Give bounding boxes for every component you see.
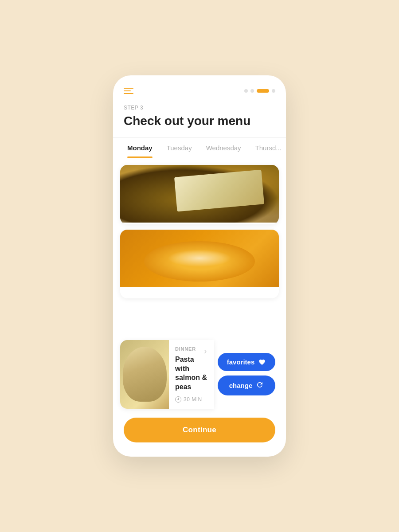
progress-indicator [244, 89, 275, 93]
dinner-section: DINNER Pasta with salmon & peas 30 MIN f… [113, 335, 286, 409]
step-info: STEP 3 Check out your menu [113, 101, 286, 137]
progress-dot-3 [257, 89, 269, 93]
meals-list: BREAKFAST Vegan breakfast muffins 25 MIN… [113, 158, 286, 335]
tab-monday[interactable]: Monday [120, 138, 160, 158]
dinner-image [120, 340, 169, 409]
breakfast-card[interactable]: BREAKFAST Vegan breakfast muffins 25 MIN [120, 165, 279, 224]
dinner-duration: 30 MIN [184, 396, 202, 403]
progress-dot-2 [250, 89, 254, 93]
dinner-chevron [201, 346, 210, 355]
breakfast-image [120, 165, 279, 223]
dinner-info: DINNER Pasta with salmon & peas 30 MIN [169, 340, 214, 409]
progress-dot-1 [244, 89, 248, 93]
page-title: Check out your menu [124, 113, 275, 129]
tab-thursday[interactable]: Thursd... [248, 138, 286, 158]
day-tabs: Monday Tuesday Wednesday Thursd... [113, 137, 286, 158]
change-button[interactable]: change [218, 376, 275, 395]
header [113, 75, 286, 101]
continue-button[interactable]: Continue [124, 418, 275, 442]
progress-dot-4 [272, 89, 275, 93]
clock-icon-3 [175, 396, 181, 403]
dinner-time: 30 MIN [175, 396, 210, 403]
lunch-card[interactable]: LUNCH Spiced carrot & lentil soup 45 MIN [120, 230, 279, 298]
step-label: STEP 3 [124, 105, 275, 111]
menu-button[interactable] [124, 88, 133, 94]
dinner-name: Pasta with salmon & peas [175, 355, 210, 392]
dinner-card[interactable]: DINNER Pasta with salmon & peas 30 MIN [120, 340, 214, 409]
lunch-image [120, 230, 279, 287]
refresh-icon [256, 381, 264, 390]
favorites-button[interactable]: favorites [218, 353, 275, 371]
tab-tuesday[interactable]: Tuesday [160, 138, 199, 158]
continue-section: Continue [113, 409, 286, 457]
favorites-label: favorites [227, 358, 255, 366]
action-popup: favorites change [214, 340, 279, 409]
tab-wednesday[interactable]: Wednesday [199, 138, 248, 158]
dinner-row: DINNER Pasta with salmon & peas 30 MIN f… [113, 340, 279, 409]
change-label: change [229, 382, 253, 389]
dinner-category: DINNER [175, 346, 196, 352]
heart-icon [258, 359, 266, 366]
phone-shell: STEP 3 Check out your menu Monday Tuesda… [113, 75, 286, 457]
